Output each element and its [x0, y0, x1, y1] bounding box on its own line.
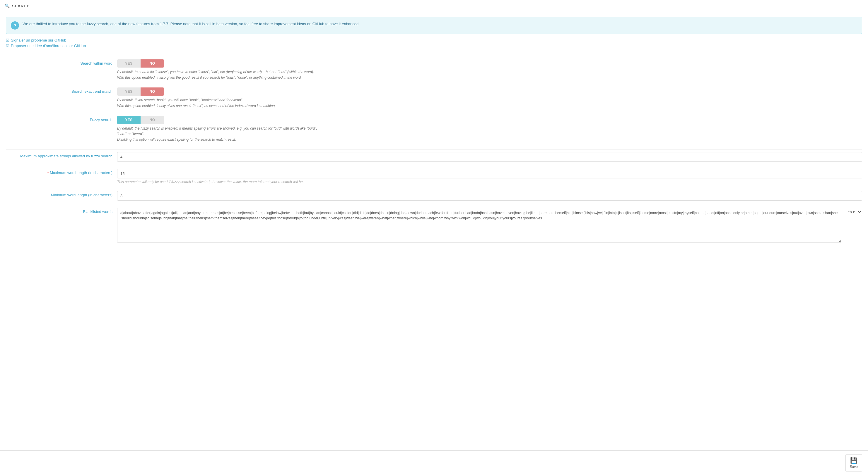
github-links: ☑ Signaler un problème sur GitHub ☑ Prop…	[6, 38, 862, 48]
min-word-length-control	[117, 191, 862, 201]
page-wrapper: 🔍 SEARCH ? We are thrilled to introduce …	[0, 0, 868, 475]
suggest-link[interactable]: ☑ Proposer une idée d'amélioration sur G…	[6, 43, 862, 48]
max-approx-input[interactable]	[117, 152, 862, 162]
search-within-word-no-btn[interactable]: NO	[141, 59, 164, 68]
divider-1	[6, 54, 862, 54]
min-word-length-input[interactable]	[117, 191, 862, 201]
banner-text: We are thrilled to introduce you to the …	[23, 21, 360, 27]
fuzzy-search-toggle: YES NO	[117, 116, 164, 124]
report-link-text: Signaler un problème sur GitHub	[11, 38, 66, 42]
save-label: Save	[850, 465, 858, 469]
max-approx-label: Maximum approximate strings allowed by f…	[6, 152, 117, 158]
search-within-word-control: YES NO By default, to search for "blouse…	[117, 59, 862, 80]
blacklisted-words-row: Blacklisted words a|about|above|after|ag…	[6, 208, 862, 243]
save-button[interactable]: 💾 Save	[845, 454, 862, 472]
search-within-word-row: Search within word YES NO By default, to…	[6, 59, 862, 80]
search-exact-end-help: By default, if you search "book", you wi…	[117, 97, 322, 108]
fuzzy-search-help: By default, the fuzzy search is enabled.…	[117, 126, 322, 143]
search-exact-end-toggle: YES NO	[117, 88, 164, 96]
blacklisted-words-label: Blacklisted words	[6, 208, 117, 214]
info-banner: ? We are thrilled to introduce you to th…	[6, 17, 862, 34]
search-exact-end-yes-btn[interactable]: YES	[117, 88, 141, 96]
fuzzy-search-row: Fuzzy search YES NO By default, the fuzz…	[6, 116, 862, 143]
page-title: SEARCH	[12, 4, 30, 8]
search-exact-end-no-btn[interactable]: NO	[141, 88, 164, 96]
search-within-word-help: By default, to search for "blouse", you …	[117, 69, 322, 80]
blacklisted-words-control: a|about|above|after|again|against|all|am…	[117, 208, 862, 243]
search-icon: 🔍	[5, 3, 10, 8]
checkbox-icon-report: ☑	[6, 38, 9, 42]
min-word-length-label: Minimum word length (in characters)	[6, 191, 117, 197]
page-header: 🔍 SEARCH	[0, 0, 868, 12]
search-within-word-yes-btn[interactable]: YES	[117, 59, 141, 68]
min-word-length-row: Minimum word length (in characters)	[6, 191, 862, 201]
search-exact-end-label: Search exact end match	[6, 88, 117, 94]
form-section: Search within word YES NO By default, to…	[6, 57, 862, 253]
max-word-length-input[interactable]	[117, 169, 862, 178]
question-icon: ?	[11, 21, 19, 30]
lang-select[interactable]: en ▾ fr ▾ de ▾ es ▾	[844, 208, 862, 216]
max-word-length-control: This parameter will only be used if fuzz…	[117, 169, 862, 184]
max-approx-row: Maximum approximate strings allowed by f…	[6, 152, 862, 162]
divider-2	[6, 149, 862, 150]
fuzzy-search-no-btn[interactable]: NO	[141, 116, 164, 124]
save-icon: 💾	[850, 457, 858, 464]
main-content: ? We are thrilled to introduce you to th…	[0, 12, 868, 450]
report-link[interactable]: ☑ Signaler un problème sur GitHub	[6, 38, 862, 42]
checkbox-icon-suggest: ☑	[6, 43, 9, 48]
footer-bar: 💾 Save	[0, 450, 868, 475]
blacklisted-words-area-row: a|about|above|after|again|against|all|am…	[117, 208, 862, 243]
fuzzy-search-yes-btn[interactable]: YES	[117, 116, 141, 124]
search-exact-end-row: Search exact end match YES NO By default…	[6, 88, 862, 108]
blacklisted-words-textarea[interactable]: a|about|above|after|again|against|all|am…	[117, 208, 841, 243]
search-within-word-label: Search within word	[6, 59, 117, 66]
max-word-length-row: Maximum word length (in characters) This…	[6, 169, 862, 184]
search-within-word-toggle: YES NO	[117, 59, 164, 68]
suggest-link-text: Proposer une idée d'amélioration sur Git…	[11, 43, 86, 48]
max-word-length-label: Maximum word length (in characters)	[6, 169, 117, 175]
fuzzy-search-control: YES NO By default, the fuzzy search is e…	[117, 116, 862, 143]
max-approx-control	[117, 152, 862, 162]
search-exact-end-control: YES NO By default, if you search "book",…	[117, 88, 862, 108]
fuzzy-search-label: Fuzzy search	[6, 116, 117, 122]
max-word-length-note: This parameter will only be used if fuzz…	[117, 180, 862, 184]
